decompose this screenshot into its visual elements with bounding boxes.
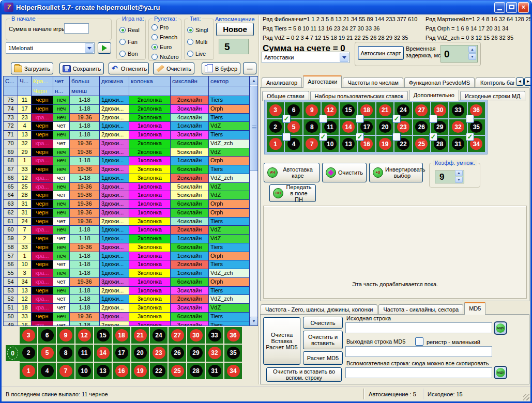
main-tab-1[interactable]: Анализатор bbox=[262, 78, 302, 88]
table-row[interactable]: 5434кра...чет19-363дюжи...1колонка6сикла… bbox=[4, 278, 257, 287]
board-cell-7[interactable]: 7 bbox=[57, 363, 74, 379]
radio-live[interactable]: Live bbox=[187, 48, 208, 59]
board-cell-23[interactable]: 23 bbox=[150, 345, 168, 361]
minimize-button[interactable] bbox=[494, 2, 505, 13]
clear-button[interactable]: Очистить bbox=[153, 63, 194, 74]
board-cell-6[interactable]: 6 bbox=[38, 327, 56, 344]
board-cell-31[interactable]: 31 bbox=[206, 363, 223, 379]
md5-big-button[interactable]: Очистка Вставка Расчет MD5 bbox=[263, 317, 300, 365]
board-cell-10[interactable]: 10 bbox=[75, 363, 93, 379]
board-cell-9[interactable]: 9 bbox=[57, 327, 74, 344]
undo-button[interactable]: ↶Отменить bbox=[109, 63, 149, 74]
main-tab-5[interactable]: Контроль банкрол bbox=[476, 78, 515, 88]
table-row[interactable]: 553кра...неч1-181дюжи...3колонка1сиклайн… bbox=[4, 269, 257, 278]
board-cell-26[interactable]: 26 bbox=[413, 119, 430, 135]
table-row[interactable]: 6231черннеч19-363дюжи...1колонка6сиклайн… bbox=[4, 209, 257, 218]
kare-checkbox[interactable] bbox=[429, 115, 437, 123]
board-cell-30[interactable]: 30 bbox=[187, 327, 205, 344]
buffer-button[interactable]: В буфер bbox=[202, 63, 240, 74]
table-row[interactable]: 5118кра...чет1-182дюжи...3колонка3сиклай… bbox=[4, 304, 257, 313]
table-row[interactable]: 6733черннеч19-363дюжи...3колонка6сиклайн… bbox=[4, 165, 257, 174]
md5-calc-button[interactable]: Расчет MD5 bbox=[303, 351, 343, 365]
board-cell-36[interactable]: 36 bbox=[224, 327, 242, 344]
sub-tab-3[interactable]: Дополнительно bbox=[409, 90, 459, 101]
board-cell-13[interactable]: 13 bbox=[340, 136, 357, 152]
table-row[interactable]: 7511черннеч1-181дюжи...2колонка2сиклайнT… bbox=[4, 96, 257, 105]
profile-combo[interactable]: 1Melonati bbox=[6, 42, 95, 54]
board-cell-26[interactable]: 26 bbox=[169, 345, 186, 361]
board-cell-31[interactable]: 31 bbox=[449, 136, 466, 152]
board-cell-19[interactable]: 19 bbox=[131, 363, 149, 379]
start-sum-input[interactable] bbox=[64, 23, 89, 34]
board-cell-20[interactable]: 20 bbox=[131, 345, 149, 361]
main-tab-4[interactable]: Функционал PsevdoMS bbox=[404, 78, 475, 88]
bottom-tab-2[interactable]: Частота - сиклайны, сектора bbox=[378, 304, 463, 315]
table-row[interactable]: 6929черннеч19-363дюжи...2колонка5сиклайн… bbox=[4, 148, 257, 157]
board-cell-2[interactable]: 2 bbox=[20, 345, 37, 361]
kare-checkbox-checked[interactable]: ✓ bbox=[282, 115, 291, 123]
md5-source-calc-button[interactable]: МД5 bbox=[494, 321, 507, 335]
table-row[interactable]: 5610чернчет1-181дюжи...1колонка2сиклайнT… bbox=[4, 260, 257, 269]
table-row[interactable]: 7113черннеч1-182дюжи...1колонка3сиклайнT… bbox=[4, 131, 257, 140]
chevron-down-icon[interactable] bbox=[340, 53, 348, 62]
save-button[interactable]: Сохранить bbox=[59, 63, 104, 74]
radio-nozero[interactable]: NoZero bbox=[151, 52, 179, 61]
board-cell-3[interactable]: 3 bbox=[20, 327, 37, 344]
board-cell-27[interactable]: 27 bbox=[169, 327, 186, 344]
board-cell-15[interactable]: 15 bbox=[340, 102, 357, 118]
chevron-down-icon[interactable] bbox=[85, 43, 94, 53]
spin-up-button[interactable]: ▲ bbox=[455, 170, 463, 176]
main-tab-2[interactable]: Автоставки bbox=[303, 75, 342, 88]
md5-source-input[interactable] bbox=[345, 322, 492, 333]
scroll-up-button[interactable]: ▲ bbox=[250, 76, 258, 85]
board-cell-24[interactable]: 24 bbox=[150, 327, 168, 344]
scroll-thumb[interactable] bbox=[250, 86, 258, 171]
board-cell-21[interactable]: 21 bbox=[131, 327, 149, 344]
kare-checkbox-checked[interactable]: ✓ bbox=[356, 133, 364, 141]
kare-checkbox[interactable] bbox=[392, 133, 401, 141]
radio-pro[interactable]: Pro bbox=[151, 22, 179, 32]
board-cell-8[interactable]: 8 bbox=[303, 119, 321, 135]
table-row[interactable]: 7032кра...чет19-363дюжи...2колонка6сикла… bbox=[4, 140, 257, 148]
tab-scroll-right-button[interactable]: ► bbox=[524, 78, 532, 86]
table-row[interactable]: 7417черннеч1-182дюжи...2колонка3сиклайнO… bbox=[4, 105, 257, 114]
board-cell-22[interactable]: 22 bbox=[150, 363, 168, 379]
spin-up-button[interactable]: ▲ bbox=[468, 46, 476, 53]
bottom-tab-1[interactable]: Частота - Zero, шансы, дюжины, колонки bbox=[261, 304, 377, 315]
table-row[interactable]: 6612кра...чет1-181дюжи...3колонка2сиклай… bbox=[4, 174, 257, 183]
board-cell-27[interactable]: 27 bbox=[413, 102, 430, 118]
table-row[interactable]: 4916кра...чет1-182дюжи...1колонка3сиклай… bbox=[4, 321, 257, 327]
radio-french[interactable]: French bbox=[151, 32, 179, 42]
board-cell-14[interactable]: 14 bbox=[94, 345, 112, 361]
scroll-down-button[interactable]: ▼ bbox=[250, 317, 258, 326]
board-cell-9[interactable]: 9 bbox=[303, 102, 321, 118]
autobet-kare-button[interactable]: АЧ Автоставка каре bbox=[264, 163, 320, 182]
invert-selection-button[interactable]: +З Инвертировать выбор bbox=[369, 163, 423, 182]
board-cell-4[interactable]: 4 bbox=[38, 363, 56, 379]
radio-fan[interactable]: Fan bbox=[119, 36, 140, 48]
board-cell-32[interactable]: 32 bbox=[449, 119, 466, 135]
bottom-tab-3[interactable]: MD5 bbox=[464, 302, 485, 315]
board-cell-19[interactable]: 19 bbox=[376, 136, 393, 152]
board-cell-1[interactable]: 1 bbox=[267, 136, 284, 152]
kare-checkbox[interactable] bbox=[282, 133, 291, 141]
table-row[interactable]: 5033черннеч19-363дюжи...3колонка6сиклайн… bbox=[4, 313, 257, 321]
table-row[interactable]: 724чернчет1-181дюжи...1колонка1сиклайнVd… bbox=[4, 122, 257, 131]
kare-checkbox-checked[interactable]: ✓ bbox=[319, 133, 327, 141]
table-row[interactable]: 571кра...неч1-181дюжи...1колонка1сиклайн… bbox=[4, 252, 257, 261]
board-cell-8[interactable]: 8 bbox=[57, 345, 74, 361]
board-cell-14[interactable]: 14 bbox=[340, 119, 357, 135]
table-row[interactable]: 607кра...неч1-181дюжи...1колонка2сиклайн… bbox=[4, 226, 257, 235]
md5-clear-paste-button[interactable]: Очистить и вставить bbox=[303, 331, 343, 349]
resize-grip[interactable] bbox=[523, 394, 529, 400]
spin-down-button[interactable]: ▼ bbox=[455, 177, 463, 183]
table-row[interactable]: 7323кра...неч19-362дюжи...2колонка4сикла… bbox=[4, 114, 257, 122]
maximize-button[interactable] bbox=[506, 2, 517, 13]
table-row[interactable]: 6124чернчет19-362дюжи...3колонка4сиклайн… bbox=[4, 218, 257, 226]
board-cell-20[interactable]: 20 bbox=[376, 119, 393, 135]
board-cell-33[interactable]: 33 bbox=[449, 102, 466, 118]
board-cell-11[interactable]: 11 bbox=[75, 345, 93, 361]
table-scrollbar[interactable]: ▲ ▼ bbox=[250, 76, 258, 326]
kare-checkbox-checked[interactable]: ✓ bbox=[466, 133, 474, 141]
board-cell-2[interactable]: 2 bbox=[267, 119, 284, 135]
